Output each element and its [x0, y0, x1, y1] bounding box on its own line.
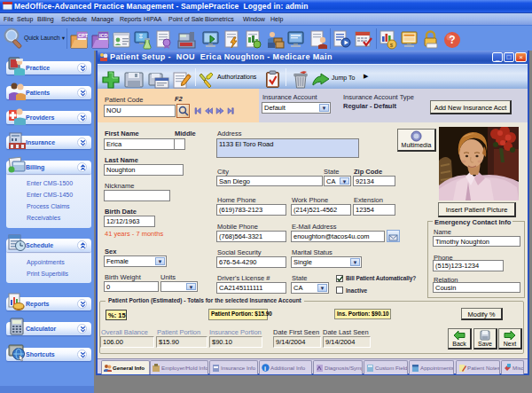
svg-text:i: i	[264, 365, 266, 372]
svg-text:ICD: ICD	[99, 33, 108, 38]
svg-text:?: ?	[449, 34, 455, 46]
svg-text:CPT: CPT	[78, 33, 88, 38]
